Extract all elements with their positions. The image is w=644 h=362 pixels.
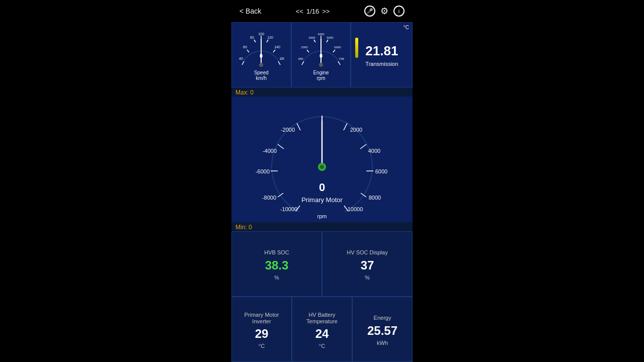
svg-text:-2000: -2000: [281, 127, 295, 133]
svg-text:10000: 10000: [348, 206, 363, 212]
speed-gauge: 40 60 80 100 120 140 160 0 Speedkm/h: [231, 22, 291, 87]
hvb-soc-label: HVB SOC: [264, 249, 289, 256]
back-button[interactable]: < Back: [239, 7, 261, 15]
svg-text:40: 40: [239, 57, 243, 60]
svg-line-37: [297, 123, 300, 130]
svg-line-43: [360, 144, 366, 149]
rpm-label: rpm: [317, 213, 327, 219]
svg-line-22: [333, 50, 335, 52]
energy-label: Energy: [374, 315, 391, 321]
svg-line-18: [307, 50, 309, 52]
speed-label: Speedkm/h: [254, 70, 269, 81]
svg-point-32: [319, 63, 323, 67]
info-icon[interactable]: i: [393, 6, 405, 17]
svg-line-5: [273, 50, 275, 52]
main-gauge-container: -2000 2000 -4000 4000 -6000 6000 -8000 8…: [231, 97, 413, 222]
svg-text:5000: 5000: [327, 36, 334, 39]
hvb-soc-cell: HVB SOC 38.3 %: [231, 231, 322, 297]
hv-soc-display-unit: %: [365, 275, 370, 281]
svg-text:0: 0: [260, 53, 263, 59]
svg-text:0: 0: [319, 53, 323, 59]
svg-text:1000: 1000: [298, 57, 303, 60]
engine-gauge-svg: 1000 2000 3000 4000 5000 6000 7000 0: [298, 29, 344, 69]
svg-text:100: 100: [258, 32, 264, 36]
svg-text:0: 0: [319, 181, 325, 194]
svg-point-15: [259, 63, 263, 67]
svg-text:6000: 6000: [375, 168, 387, 174]
svg-text:80: 80: [250, 36, 254, 39]
hv-soc-display-cell: HV SOC Display 37 %: [322, 231, 413, 297]
svg-text:7000: 7000: [339, 57, 344, 60]
svg-text:Primary Motor: Primary Motor: [301, 196, 343, 204]
svg-point-59: [320, 165, 324, 169]
min-label: Min: 0: [231, 222, 256, 232]
svg-text:-10000: -10000: [280, 206, 297, 212]
svg-line-1: [247, 50, 249, 52]
header-icons: 🎤 ⚙ i: [364, 6, 405, 17]
max-label-container: Max: 0: [231, 87, 413, 97]
hv-soc-display-value: 37: [361, 258, 374, 273]
transmission-label: Transmission: [365, 61, 398, 67]
svg-text:4000: 4000: [317, 33, 325, 36]
svg-text:-6000: -6000: [256, 168, 270, 174]
svg-line-2: [254, 40, 256, 42]
primary-motor-inverter-unit: °C: [259, 343, 265, 349]
svg-text:140: 140: [274, 45, 280, 49]
nav-next-button[interactable]: >>: [322, 8, 330, 15]
svg-line-49: [278, 193, 283, 197]
top-gauges-row: 40 60 80 100 120 140 160 0 Speedkm/h: [231, 22, 413, 87]
svg-text:6000: 6000: [334, 46, 341, 49]
main-gauge-svg: -2000 2000 -4000 4000 -6000 6000 -8000 8…: [252, 102, 392, 212]
svg-text:3000: 3000: [308, 36, 315, 39]
min-label-container: Min: 0: [231, 222, 413, 231]
data-row-1: HVB SOC 38.3 % HV SOC Display 37 %: [231, 231, 413, 297]
svg-text:2000: 2000: [301, 46, 308, 49]
primary-motor-inverter-label: Primary MotorInverter: [244, 312, 279, 325]
transmission-display: °C 21.81 Transmission: [351, 22, 413, 87]
primary-motor-inverter-value: 29: [255, 327, 269, 341]
hvb-soc-value: 38.3: [265, 258, 289, 273]
page-navigation: << 1/16 >>: [296, 8, 330, 15]
svg-line-51: [361, 193, 366, 197]
energy-value: 25.57: [367, 324, 397, 338]
svg-line-39: [344, 123, 347, 130]
svg-line-19: [314, 40, 315, 42]
page-indicator: 1/16: [306, 8, 319, 15]
nav-prev-button[interactable]: <<: [296, 8, 303, 15]
svg-text:60: 60: [243, 45, 247, 49]
max-label: Max: 0: [231, 87, 258, 98]
transmission-value: 21.81: [365, 43, 398, 59]
yellow-bar: [355, 38, 358, 58]
engine-gauge: 1000 2000 3000 4000 5000 6000 7000 0 Eng…: [291, 22, 351, 87]
svg-line-4: [267, 40, 268, 42]
svg-line-41: [278, 144, 284, 149]
app-header: < Back << 1/16 >> 🎤 ⚙ i: [231, 0, 413, 22]
hv-battery-temp-value: 24: [315, 327, 329, 341]
data-row-2: Primary MotorInverter 29 °C HV BatteryTe…: [231, 297, 413, 362]
svg-text:160: 160: [279, 57, 284, 60]
hv-battery-temp-cell: HV BatteryTemperature 24 °C: [292, 297, 352, 362]
engine-label: Enginerpm: [313, 70, 329, 81]
svg-text:120: 120: [267, 36, 273, 39]
svg-text:2000: 2000: [350, 127, 362, 133]
speed-gauge-svg: 40 60 80 100 120 140 160 0: [238, 29, 284, 69]
energy-unit: kWh: [377, 340, 388, 346]
primary-motor-inverter-cell: Primary MotorInverter 29 °C: [231, 297, 292, 362]
temp-unit: °C: [404, 25, 409, 30]
settings-icon[interactable]: ⚙: [380, 6, 388, 17]
svg-text:-8000: -8000: [262, 195, 276, 201]
hv-battery-temp-label: HV BatteryTemperature: [306, 312, 338, 325]
energy-cell: Energy 25.57 kWh: [352, 297, 413, 362]
svg-text:4000: 4000: [368, 148, 380, 154]
hv-soc-display-label: HV SOC Display: [347, 249, 387, 256]
svg-line-21: [327, 40, 328, 42]
svg-text:8000: 8000: [369, 195, 381, 201]
svg-text:-4000: -4000: [263, 148, 277, 154]
hv-battery-temp-unit: °C: [319, 343, 325, 349]
microphone-icon[interactable]: 🎤: [364, 6, 375, 17]
hvb-soc-unit: %: [274, 275, 279, 281]
